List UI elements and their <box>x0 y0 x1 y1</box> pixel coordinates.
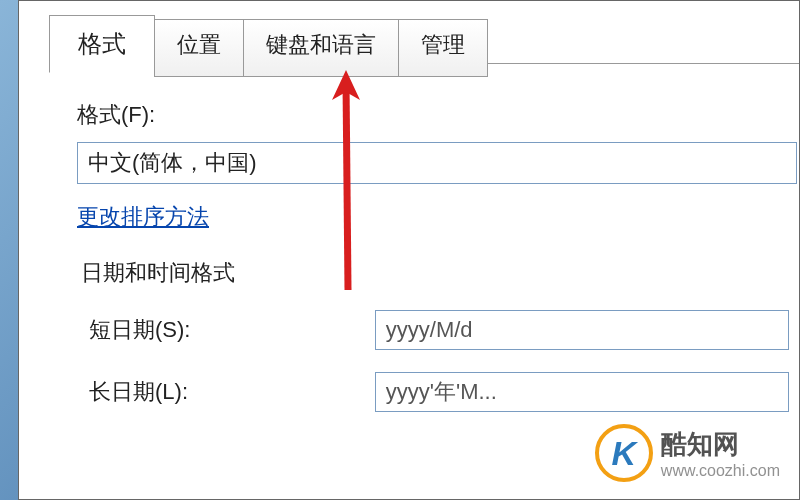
tab-format[interactable]: 格式 <box>49 15 155 73</box>
tab-location[interactable]: 位置 <box>154 19 244 77</box>
tab-keyboard-language[interactable]: 键盘和语言 <box>243 19 399 77</box>
tab-admin[interactable]: 管理 <box>398 19 488 77</box>
format-combo-value: 中文(简体，中国) <box>88 148 257 178</box>
long-date-label: 长日期(L): <box>89 377 375 407</box>
watermark: K 酷知网 www.coozhi.com <box>595 424 780 482</box>
watermark-logo-icon: K <box>595 424 653 482</box>
long-date-value: yyyy'年'M... <box>386 377 497 407</box>
short-date-combo[interactable]: yyyy/M/d <box>375 310 789 350</box>
change-sort-link[interactable]: 更改排序方法 <box>77 202 209 232</box>
long-date-combo[interactable]: yyyy'年'M... <box>375 372 789 412</box>
short-date-value: yyyy/M/d <box>386 317 473 343</box>
format-label: 格式(F): <box>77 100 789 130</box>
long-date-row: 长日期(L): yyyy'年'M... <box>77 372 789 412</box>
watermark-logo-letter: K <box>612 434 637 473</box>
short-date-row: 短日期(S): yyyy/M/d <box>77 310 789 350</box>
short-date-label: 短日期(S): <box>89 315 375 345</box>
tab-bar: 格式 位置 键盘和语言 管理 <box>49 19 487 77</box>
watermark-text: 酷知网 www.coozhi.com <box>661 427 780 480</box>
watermark-site-name: 酷知网 <box>661 427 780 462</box>
watermark-site-url: www.coozhi.com <box>661 462 780 480</box>
datetime-group-label: 日期和时间格式 <box>81 258 789 288</box>
format-combo[interactable]: 中文(简体，中国) <box>77 142 797 184</box>
